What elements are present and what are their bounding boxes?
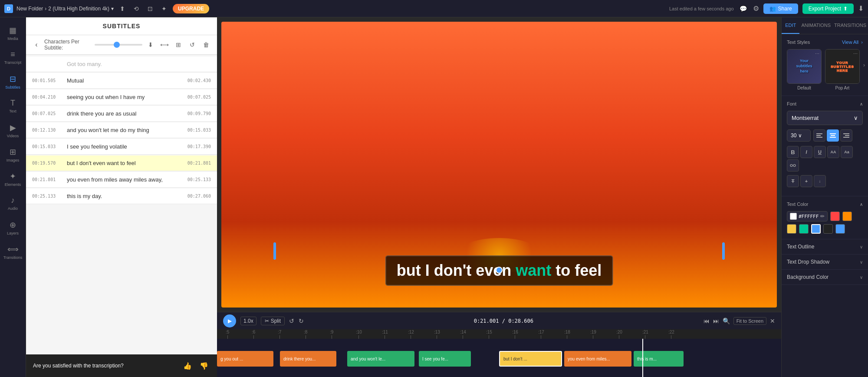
split-button[interactable]: ✂ Split: [261, 317, 285, 325]
color-edit-icon[interactable]: ✏: [820, 213, 825, 219]
tab-transitions[interactable]: TRANSITIONS: [832, 17, 868, 34]
color-swatch-red[interactable]: [830, 212, 840, 221]
sidebar-item-audio[interactable]: ♪ Audio: [2, 192, 24, 215]
font-family-dropdown[interactable]: Montserrat ∨: [787, 111, 863, 125]
text-style-default[interactable]: ⋯ Yoursubtitleshere: [787, 49, 822, 84]
speed-selector[interactable]: 1.0x: [240, 317, 256, 325]
breadcrumb-folder[interactable]: New Folder: [16, 6, 43, 12]
list-item[interactable]: Got too many.: [26, 56, 217, 72]
fit-screen-button[interactable]: Fit to Screen: [733, 317, 766, 325]
strikethrough-button[interactable]: T: [787, 175, 799, 187]
timeline-clip[interactable]: g you out ...: [217, 351, 273, 367]
zoom-icon[interactable]: 🔍: [723, 317, 730, 324]
grid-icon[interactable]: ⊞: [173, 39, 184, 50]
sidebar-item-elements[interactable]: ✦ Elements: [2, 168, 24, 190]
transform-icon[interactable]: ⊡: [145, 3, 155, 14]
export-button[interactable]: Export Project ⬆: [802, 3, 854, 14]
breadcrumb-project[interactable]: 2 (Ultra High Definition 4k): [48, 6, 109, 12]
history-icon[interactable]: ⟲: [131, 3, 141, 14]
playhead[interactable]: [642, 339, 643, 377]
translate-icon[interactable]: ⟷: [159, 39, 170, 50]
upgrade-button[interactable]: UPGRADE: [173, 4, 209, 13]
align-right-button[interactable]: [840, 129, 852, 142]
text-drop-shadow-section[interactable]: Text Drop Shadow ∨: [782, 255, 868, 270]
tab-animations[interactable]: ANIMATIONS: [799, 17, 832, 34]
superscript-button[interactable]: +: [800, 175, 812, 187]
play-button[interactable]: ▶: [223, 314, 236, 327]
list-item[interactable]: 00:01.505 Mutual 00:02.430: [26, 73, 217, 89]
chars-slider[interactable]: [95, 44, 142, 46]
color-swatch-green[interactable]: [799, 224, 809, 234]
color-swatch-yellow[interactable]: [787, 224, 796, 234]
font-chevron-icon[interactable]: ∧: [860, 102, 863, 106]
sidebar-item-transitions[interactable]: ⟺ Transitions: [2, 241, 24, 263]
next-styles-arrow[interactable]: ›: [863, 62, 865, 68]
breadcrumb-dropdown[interactable]: ▾: [111, 6, 114, 12]
subtitle-position-dot[interactable]: [496, 267, 503, 274]
italic-button[interactable]: I: [800, 146, 812, 158]
background-color-section[interactable]: Background Color ∨: [782, 270, 868, 285]
thumbdown-button[interactable]: 👎: [198, 360, 210, 372]
sidebar-item-transcript[interactable]: ≡ Transcript: [2, 46, 24, 69]
subtitle-handle-right[interactable]: [722, 242, 725, 260]
text-outline-section[interactable]: Text Outline ∨: [782, 239, 868, 255]
sidebar-item-media[interactable]: ▦ Media: [2, 22, 24, 44]
text-style-popart[interactable]: ⋯ YOURSUBTITLESHERE: [825, 49, 860, 84]
timeline-clip-active[interactable]: but I don't ...: [499, 351, 562, 367]
underline-button[interactable]: U: [814, 146, 826, 158]
tab-edit[interactable]: EDIT: [782, 17, 799, 34]
download-subtitles-icon[interactable]: ⬇: [145, 39, 156, 50]
refresh-icon[interactable]: ↺: [187, 39, 198, 50]
download-icon[interactable]: ⬇: [858, 4, 864, 13]
redo-button[interactable]: ↻: [299, 317, 304, 324]
list-item[interactable]: 00:15.033 I see you feeling volatile 00:…: [26, 139, 217, 155]
chars-slider-thumb[interactable]: [114, 42, 120, 48]
close-icon[interactable]: ✕: [770, 317, 775, 324]
monospace-button[interactable]: OO: [787, 159, 799, 172]
color-swatch-blue[interactable]: [811, 224, 821, 234]
align-left-button[interactable]: [813, 129, 825, 142]
color-swatch-orange[interactable]: [842, 212, 852, 221]
save-icon[interactable]: ⬆: [117, 3, 128, 14]
list-item[interactable]: 00:07.025 drink there you are as usual 0…: [26, 106, 217, 122]
color-swatch-black[interactable]: [823, 224, 833, 234]
timeline-clip[interactable]: you even from miles...: [564, 351, 631, 367]
skip-back-icon[interactable]: ⏮: [704, 317, 710, 324]
settings-icon[interactable]: ⚙: [753, 4, 759, 13]
card-menu-icon[interactable]: ⋯: [815, 51, 819, 56]
color-swatch-active-blue[interactable]: [835, 224, 845, 234]
thumbup-button[interactable]: 👍: [181, 360, 194, 372]
font-size-dropdown[interactable]: 30 ∨: [787, 129, 811, 142]
timeline-clip[interactable]: drink there you...: [280, 351, 336, 367]
align-center-button[interactable]: [827, 129, 839, 142]
view-all-link[interactable]: View All: [842, 40, 858, 45]
delete-icon[interactable]: 🗑: [201, 39, 212, 50]
text-color-chevron-icon[interactable]: ∧: [860, 202, 863, 207]
chat-icon[interactable]: 💬: [738, 3, 749, 14]
video-container[interactable]: but I don't even want to feel: [221, 22, 777, 308]
share-button[interactable]: 👥 Share: [763, 3, 798, 14]
uppercase-button[interactable]: AA: [827, 146, 839, 158]
magic-icon[interactable]: ✦: [159, 3, 169, 14]
skip-forward-icon[interactable]: ⏭: [713, 317, 719, 324]
timeline-clip[interactable]: I see you fe...: [419, 351, 471, 367]
list-item[interactable]: 00:25.133 this is my day. 00:27.060: [26, 188, 217, 204]
subtitle-handle-left[interactable]: [273, 242, 276, 260]
bold-button[interactable]: B: [787, 146, 799, 158]
timeline-clip[interactable]: and you won't le...: [347, 351, 414, 367]
subscript-button[interactable]: ↓: [814, 175, 826, 187]
timeline-clip[interactable]: this is m...: [634, 351, 684, 367]
sidebar-item-videos[interactable]: ▶ Videos: [2, 119, 24, 142]
sidebar-item-subtitles[interactable]: ⊟ Subtitles: [2, 70, 24, 93]
list-item[interactable]: 00:04.210 seeing you out when I have my …: [26, 89, 217, 105]
sidebar-item-text[interactable]: T Text: [2, 95, 24, 117]
sidebar-item-images[interactable]: ⊞ Images: [2, 143, 24, 166]
back-button[interactable]: ‹: [31, 40, 42, 50]
card-menu-popart-icon[interactable]: ⋯: [853, 51, 858, 56]
capitalize-button[interactable]: Aa: [841, 146, 853, 158]
undo-button[interactable]: ↺: [289, 317, 294, 324]
sidebar-item-layers[interactable]: ⊕ Layers: [2, 216, 24, 239]
list-item[interactable]: 00:21.801 you even from miles away miles…: [26, 172, 217, 188]
list-item-active[interactable]: 00:19.570 but I don't even want to feel …: [26, 155, 217, 171]
color-hex-input[interactable]: #FFFFFF ✏: [787, 211, 828, 222]
